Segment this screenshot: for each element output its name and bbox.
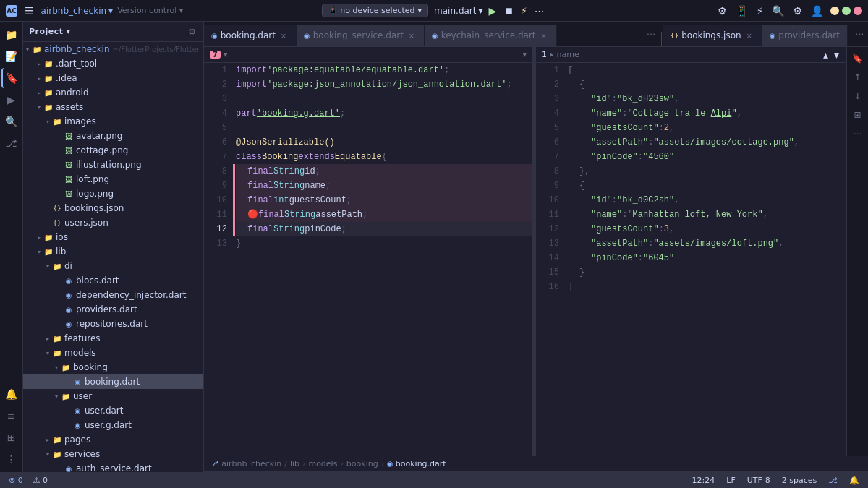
tab-bar: ◉ booking.dart × ◉ booking_service.dart … — [204, 22, 868, 47]
right-chevron-down[interactable]: ▾ — [833, 48, 841, 62]
tree-di[interactable]: ▾ 📁 di — [23, 259, 203, 273]
status-position[interactable]: 12:24 — [689, 476, 718, 485]
breadcrumb-lib[interactable]: lib — [290, 459, 299, 468]
settings2-icon[interactable]: ⚙ — [791, 4, 804, 18]
tree-booking-folder[interactable]: ▾ 📁 booking — [23, 360, 203, 374]
tree-idea[interactable]: ▸ 📁 .idea — [23, 71, 203, 85]
tree-root[interactable]: ▾ 📁 airbnb_checkin ~/FlutterProjects/Flu… — [23, 42, 203, 56]
right-toolbar-name: name — [557, 50, 579, 59]
loft-png-icon: 🖼 — [64, 174, 74, 184]
tree-booking-dart[interactable]: ◉ booking.dart — [23, 374, 203, 389]
close-button[interactable] — [854, 7, 862, 15]
stop-button[interactable]: ⏹ — [502, 4, 515, 18]
activity-project-icon[interactable]: 📁 — [1, 25, 22, 45]
breadcrumb-models[interactable]: models — [308, 459, 337, 468]
tree-repositories-dart[interactable]: ◉ repositories.dart — [23, 317, 203, 331]
run-button[interactable]: ▶ — [489, 5, 497, 17]
right-panel-expand-icon[interactable]: ⊞ — [849, 106, 867, 124]
hamburger-menu[interactable]: ☰ — [22, 4, 37, 18]
status-notifications[interactable]: 🔔 — [846, 476, 862, 485]
project-selector[interactable]: airbnb_checkin ▾ — [41, 6, 114, 16]
activity-bookmarks-icon[interactable]: 🔖 — [1, 68, 22, 88]
features-folder-icon: 📁 — [52, 333, 62, 343]
tab-booking-dart[interactable]: ◉ booking.dart × — [204, 25, 297, 46]
activity-more-icon[interactable]: ⋮ — [1, 449, 22, 469]
tree-dart-tool[interactable]: ▸ 📁 .dart_tool — [23, 56, 203, 71]
activity-structure-icon[interactable]: ≡ — [1, 406, 22, 426]
booking-folder-icon: 📁 — [61, 362, 71, 372]
tree-avatar-png[interactable]: 🖼 avatar.png — [23, 129, 203, 143]
right-panel-arrow-down-icon[interactable]: ↓ — [849, 87, 867, 105]
maximize-button[interactable] — [842, 7, 851, 15]
tab-booking-dart-close[interactable]: × — [278, 30, 289, 40]
tree-blocs-dart[interactable]: ◉ blocs.dart — [23, 273, 203, 288]
right-panel-bookmark-icon[interactable]: 🔖 — [849, 50, 867, 67]
right-panel-arrow-up-icon[interactable]: ↑ — [849, 69, 867, 86]
activity-run-icon[interactable]: ▶ — [1, 90, 22, 110]
status-line-ending[interactable]: LF — [723, 476, 738, 485]
left-tabs-more[interactable]: ⋯ — [642, 29, 660, 39]
activity-commit-icon[interactable]: 📝 — [1, 46, 22, 67]
plugins-icon[interactable]: ⚡ — [755, 4, 765, 18]
activity-search-icon[interactable]: 🔍 — [1, 111, 22, 132]
tree-assets[interactable]: ▾ 📁 assets — [23, 100, 203, 114]
activity-notifications-icon[interactable]: 🔔 — [1, 384, 22, 404]
left-code-content[interactable]: import 'package:equatable/equatable.dart… — [230, 63, 532, 456]
tab-providers-dart[interactable]: ◉ providers.dart — [762, 25, 848, 46]
tree-user-g-dart[interactable]: ◉ user.g.dart — [23, 418, 203, 432]
settings-icon[interactable]: ⚙ — [716, 4, 728, 18]
tree-lib[interactable]: ▾ 📁 lib — [23, 244, 203, 259]
tree-logo-png[interactable]: 🖼 logo.png — [23, 187, 203, 201]
tab-booking-service-close[interactable]: × — [407, 30, 417, 40]
version-control-btn[interactable]: Version control ▾ — [117, 6, 183, 15]
tab-keychain-close[interactable]: × — [539, 30, 549, 40]
account-icon[interactable]: 👤 — [809, 4, 825, 18]
status-encoding[interactable]: UTF-8 — [744, 476, 773, 485]
tree-cottage-png[interactable]: 🖼 cottage.png — [23, 143, 203, 158]
tab-bookings-json[interactable]: {} bookings.json × — [663, 25, 762, 46]
tab-booking-service[interactable]: ◉ booking_service.dart × — [297, 25, 425, 46]
right-tabs-more[interactable]: ⋯ — [851, 29, 868, 39]
breadcrumb-branch[interactable]: ⎇ airbnb_checkin — [210, 459, 281, 468]
right-chevron-up[interactable]: ▴ — [822, 48, 830, 62]
tree-illustration-png[interactable]: 🖼 illustration.png — [23, 158, 203, 172]
hot-reload-button[interactable]: ⚡ — [521, 6, 527, 16]
tree-android[interactable]: ▸ 📁 android — [23, 85, 203, 100]
tree-features[interactable]: ▸ 📁 features — [23, 331, 203, 346]
minimize-button[interactable] — [830, 7, 839, 15]
more-run-options[interactable]: ⋯ — [533, 4, 546, 18]
sidebar-project-title[interactable]: Project ▾ — [29, 27, 71, 36]
tree-bookings-json[interactable]: {} bookings.json — [23, 201, 203, 215]
sidebar-settings-icon[interactable]: ⚙ — [187, 25, 197, 38]
right-panel-more-icon[interactable]: ⋯ — [849, 125, 867, 142]
status-errors[interactable]: ⊗ 0 — [6, 476, 26, 485]
window-controls — [830, 7, 862, 15]
tree-providers-dart-di[interactable]: ◉ providers.dart — [23, 302, 203, 317]
tree-auth-service-dart[interactable]: ◉ auth_service.dart — [23, 461, 203, 472]
tree-dependency-injector-dart[interactable]: ◉ dependency_injector.dart — [23, 288, 203, 302]
breadcrumb-booking-folder[interactable]: booking — [346, 459, 378, 468]
status-indent[interactable]: 2 spaces — [779, 476, 820, 485]
tree-images[interactable]: ▾ 📁 images — [23, 114, 203, 129]
activity-git-icon[interactable]: ⎇ — [1, 133, 22, 153]
tab-keychain-service[interactable]: ◉ keychain_service.dart × — [425, 25, 557, 46]
tree-loft-png[interactable]: 🖼 loft.png — [23, 172, 203, 187]
right-code-content[interactable]: [ { "id": "bk_dH23sw", "name": "Cottage … — [562, 63, 846, 456]
tab-bookings-json-close[interactable]: × — [744, 30, 754, 40]
main-dart-selector[interactable]: main.dart ▾ — [434, 6, 482, 16]
tree-services[interactable]: ▾ 📁 services — [23, 447, 203, 461]
device-manager-icon[interactable]: 📱 — [734, 4, 749, 18]
tree-ios[interactable]: ▸ 📁 ios — [23, 230, 203, 244]
tree-user-folder[interactable]: ▾ 📁 user — [23, 389, 203, 403]
tree-users-json[interactable]: {} users.json — [23, 215, 203, 230]
status-warnings[interactable]: ⚠ 0 — [30, 476, 51, 485]
status-branch-indicator[interactable]: ⎇ — [825, 476, 841, 485]
tree-user-dart[interactable]: ◉ user.dart — [23, 403, 203, 418]
activity-hierarchy-icon[interactable]: ⊞ — [1, 427, 22, 448]
tree-models[interactable]: ▾ 📁 models — [23, 346, 203, 360]
breadcrumb-file[interactable]: ◉ booking.dart — [387, 459, 446, 468]
json-line-12: "guestsCount": 3, — [568, 222, 846, 236]
search-icon[interactable]: 🔍 — [770, 4, 786, 18]
device-selector[interactable]: 📱 no device selected ▾ — [322, 4, 428, 17]
tree-pages[interactable]: ▸ 📁 pages — [23, 432, 203, 447]
